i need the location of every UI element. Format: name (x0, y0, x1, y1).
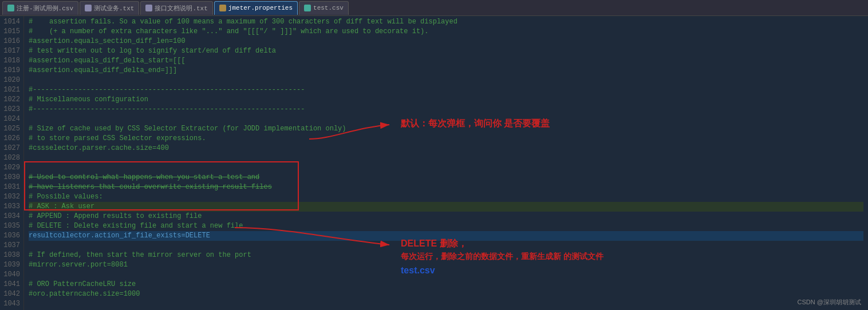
code-line: # test written out to log to signify sta… (29, 46, 863, 56)
csv-icon2 (304, 5, 311, 11)
code-line: #---------------------------------------… (29, 85, 863, 95)
line-number: 1034 (0, 212, 20, 221)
tab-csv2[interactable]: test.csv (299, 1, 349, 15)
line-number: 1024 (0, 114, 20, 124)
code-line: # assertion fails. So a value of 100 mea… (29, 17, 863, 27)
prop-icon (219, 5, 226, 11)
code-line: # to store parsed CSS Selector expressio… (29, 134, 863, 144)
code-scroll[interactable]: # assertion fails. So a value of 100 mea… (24, 16, 868, 310)
code-line: #assertion.equals_diff_delta_start=[[[ (29, 56, 863, 66)
code-line (29, 299, 863, 309)
code-area: # assertion fails. So a value of 100 mea… (24, 16, 868, 310)
code-line (29, 114, 863, 124)
line-number: 1018 (0, 56, 20, 66)
line-number: 1028 (0, 153, 20, 163)
line-number: 1041 (0, 280, 20, 289)
code-line: #---------------------------------------… (29, 105, 863, 114)
line-number: 1021 (0, 85, 20, 95)
line-number: 1030 (0, 173, 20, 182)
line-numbers: 1014101510161017101810191020102110221023… (0, 16, 24, 310)
line-number: 1037 (0, 241, 20, 251)
line-number: 1036 (0, 231, 20, 241)
txt-icon2 (145, 5, 152, 11)
code-line: #assertion.equals_diff_delta_end=]]] (29, 66, 863, 75)
line-number: 1017 (0, 46, 20, 56)
line-number: 1016 (0, 37, 20, 46)
tab-properties[interactable]: jmeter.properties (214, 1, 298, 15)
line-number: 1020 (0, 75, 20, 85)
code-line (29, 75, 863, 85)
code-line (29, 270, 863, 280)
code-line: #cssselector.parser.cache.size=400 (29, 144, 863, 153)
line-number: 1014 (0, 17, 20, 27)
line-number: 1031 (0, 182, 20, 192)
code-line: # (+ a number of extra characters like "… (29, 27, 863, 37)
line-number: 1032 (0, 192, 20, 202)
tab-csv1[interactable]: 注册-测试用例.csv (2, 1, 78, 15)
line-number: 1040 (0, 270, 20, 280)
code-line (29, 163, 863, 173)
line-number: 1027 (0, 144, 20, 153)
code-line: # ASK : Ask user (29, 202, 863, 212)
line-number: 1033 (0, 202, 20, 212)
csv-icon (7, 5, 14, 11)
code-line: # Possible values: (29, 192, 863, 202)
code-line: resultcollector.action_if_file_exists=DE… (29, 231, 863, 241)
line-number: 1022 (0, 95, 20, 105)
line-number: 1026 (0, 134, 20, 144)
line-number: 1039 (0, 260, 20, 270)
code-line: # Miscellaneous configuration (29, 95, 863, 105)
code-line: # If defined, then start the mirror serv… (29, 251, 863, 260)
tab-txt2[interactable]: 接口文档说明.txt (140, 1, 212, 15)
tab-bar: 注册-测试用例.csv 测试业务.txt 接口文档说明.txt jmeter.p… (0, 0, 868, 16)
tab-txt1[interactable]: 测试业务.txt (80, 1, 139, 15)
code-line: #assertion.equals_section_diff_len=100 (29, 37, 863, 46)
txt-icon (85, 5, 92, 11)
watermark: CSDN @深圳胡胡测试 (798, 298, 861, 307)
line-number: 1025 (0, 124, 20, 134)
line-number: 1043 (0, 299, 20, 309)
line-number: 1038 (0, 251, 20, 260)
code-line: # APPEND : Append results to existing fi… (29, 212, 863, 221)
code-line (29, 153, 863, 163)
code-line: # Size of cache used by CSS Selector Ext… (29, 124, 863, 134)
code-line: # Used to control what happens when you … (29, 173, 863, 182)
code-line: # DELETE : Delete existing file and star… (29, 221, 863, 231)
line-number: 1029 (0, 163, 20, 173)
line-number: 1015 (0, 27, 20, 37)
code-line: # ORO PatternCacheLRU size (29, 280, 863, 289)
code-line (29, 241, 863, 251)
line-number: 1042 (0, 289, 20, 299)
line-number: 1023 (0, 105, 20, 114)
editor: 1014101510161017101810191020102110221023… (0, 16, 868, 310)
line-number: 1019 (0, 66, 20, 75)
code-line: #mirror.server.port=8081 (29, 260, 863, 270)
code-line: # have listeners that could overwrite ex… (29, 182, 863, 192)
line-number: 1035 (0, 221, 20, 231)
code-line: #oro.patterncache.size=1000 (29, 289, 863, 299)
